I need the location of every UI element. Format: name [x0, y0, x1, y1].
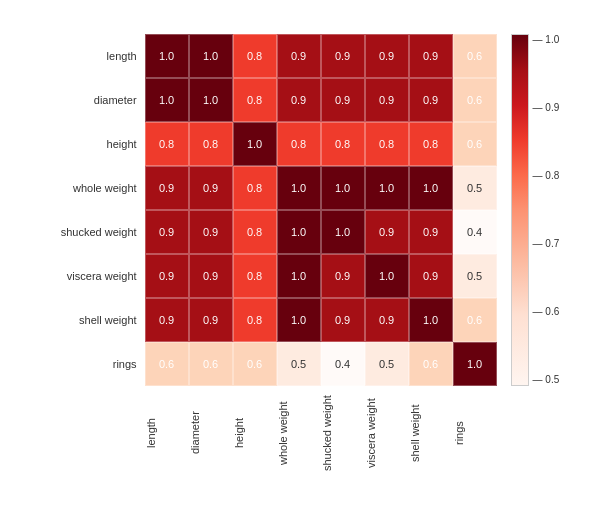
heatmap-cell: 0.9 [277, 34, 321, 78]
heatmap-cell: 0.8 [233, 166, 277, 210]
heatmap-cell: 0.9 [321, 298, 365, 342]
colorbar-tick: — 0.9 [533, 102, 560, 113]
heatmap-cell: 0.6 [409, 342, 453, 386]
heatmap-cell: 0.9 [189, 254, 233, 298]
heatmap-cell: 0.9 [365, 78, 409, 122]
x-label: rings [453, 390, 497, 480]
x-label: shell weight [409, 390, 453, 480]
y-label: shell weight [61, 298, 141, 342]
heatmap-cell: 1.0 [277, 254, 321, 298]
heatmap-cell: 0.6 [453, 34, 497, 78]
heatmap-cell: 0.9 [365, 298, 409, 342]
heatmap-grid: 1.01.00.80.90.90.90.90.61.01.00.80.90.90… [145, 34, 497, 386]
heatmap-cell: 0.9 [365, 210, 409, 254]
heatmap-cell: 0.4 [453, 210, 497, 254]
heatmap-cell: 1.0 [189, 34, 233, 78]
colorbar-tick: — 0.8 [533, 170, 560, 181]
grid-and-xlabels: 1.01.00.80.90.90.90.90.61.01.00.80.90.90… [145, 34, 497, 480]
heatmap-cell: 1.0 [277, 210, 321, 254]
x-label: diameter [189, 390, 233, 480]
heatmap-cell: 0.9 [189, 210, 233, 254]
heatmap-cell: 0.6 [189, 342, 233, 386]
heatmap-cell: 0.9 [189, 298, 233, 342]
heatmap-cell: 0.9 [145, 210, 189, 254]
heatmap-cell: 0.9 [409, 34, 453, 78]
y-label: viscera weight [61, 254, 141, 298]
heatmap-cell: 1.0 [365, 166, 409, 210]
heatmap-cell: 0.5 [453, 166, 497, 210]
y-label: shucked weight [61, 210, 141, 254]
heatmap-cell: 0.9 [409, 78, 453, 122]
x-label: height [233, 390, 277, 480]
heatmap-cell: 0.9 [365, 34, 409, 78]
colorbar-tick: — 1.0 [533, 34, 560, 45]
heatmap-cell: 0.9 [409, 254, 453, 298]
heatmap-cell: 0.5 [365, 342, 409, 386]
heatmap-cell: 0.9 [321, 34, 365, 78]
chart-container: lengthdiameterheightwhole weightshucked … [51, 24, 560, 490]
x-label: viscera weight [365, 390, 409, 480]
heatmap-cell: 1.0 [453, 342, 497, 386]
heatmap-cell: 1.0 [145, 78, 189, 122]
heatmap-cell: 0.8 [233, 210, 277, 254]
heatmap-cell: 0.4 [321, 342, 365, 386]
heatmap-cell: 0.8 [409, 122, 453, 166]
colorbar-labels: — 1.0— 0.9— 0.8— 0.7— 0.6— 0.5 [533, 34, 560, 386]
heatmap-cell: 0.9 [409, 210, 453, 254]
heatmap-cell: 1.0 [145, 34, 189, 78]
heatmap-area: lengthdiameterheightwhole weightshucked … [61, 34, 497, 480]
y-label: rings [61, 342, 141, 386]
y-label: whole weight [61, 166, 141, 210]
heatmap-cell: 1.0 [321, 210, 365, 254]
heatmap-cell: 0.8 [233, 34, 277, 78]
heatmap-cell: 1.0 [409, 298, 453, 342]
colorbar: — 1.0— 0.9— 0.8— 0.7— 0.6— 0.5 [511, 34, 560, 386]
heatmap-cell: 0.8 [233, 78, 277, 122]
x-label: length [145, 390, 189, 480]
heatmap-cell: 0.8 [321, 122, 365, 166]
heatmap-cell: 0.8 [145, 122, 189, 166]
heatmap-cell: 0.6 [233, 342, 277, 386]
heatmap-cell: 0.5 [277, 342, 321, 386]
heatmap-cell: 1.0 [277, 298, 321, 342]
heatmap-cell: 1.0 [409, 166, 453, 210]
heatmap-cell: 1.0 [277, 166, 321, 210]
heatmap-cell: 0.9 [321, 78, 365, 122]
heatmap-cell: 1.0 [233, 122, 277, 166]
heatmap-cell: 0.8 [277, 122, 321, 166]
y-labels: lengthdiameterheightwhole weightshucked … [61, 34, 141, 480]
y-label: height [61, 122, 141, 166]
heatmap-cell: 0.8 [365, 122, 409, 166]
heatmap-cell: 0.6 [453, 298, 497, 342]
heatmap-cell: 0.9 [277, 78, 321, 122]
colorbar-tick: — 0.5 [533, 374, 560, 385]
colorbar-gradient [511, 34, 529, 386]
heatmap-cell: 0.9 [145, 166, 189, 210]
colorbar-wrapper: — 1.0— 0.9— 0.8— 0.7— 0.6— 0.5 [511, 34, 560, 386]
heatmap-cell: 0.8 [189, 122, 233, 166]
heatmap-cell: 0.6 [453, 78, 497, 122]
heatmap-cell: 1.0 [321, 166, 365, 210]
heatmap-cell: 1.0 [189, 78, 233, 122]
heatmap-cell: 0.8 [233, 298, 277, 342]
heatmap-cell: 0.9 [145, 298, 189, 342]
heatmap-cell: 0.9 [321, 254, 365, 298]
heatmap-cell: 0.9 [189, 166, 233, 210]
heatmap-cell: 0.6 [453, 122, 497, 166]
x-labels: lengthdiameterheightwhole weightshucked … [145, 390, 497, 480]
y-label: length [61, 34, 141, 78]
x-label: shucked weight [321, 390, 365, 480]
colorbar-tick: — 0.6 [533, 306, 560, 317]
heatmap-cell: 0.5 [453, 254, 497, 298]
heatmap-cell: 1.0 [365, 254, 409, 298]
heatmap-cell: 0.8 [233, 254, 277, 298]
heatmap-cell: 0.9 [145, 254, 189, 298]
y-label: diameter [61, 78, 141, 122]
x-label: whole weight [277, 390, 321, 480]
colorbar-tick: — 0.7 [533, 238, 560, 249]
heatmap-cell: 0.6 [145, 342, 189, 386]
